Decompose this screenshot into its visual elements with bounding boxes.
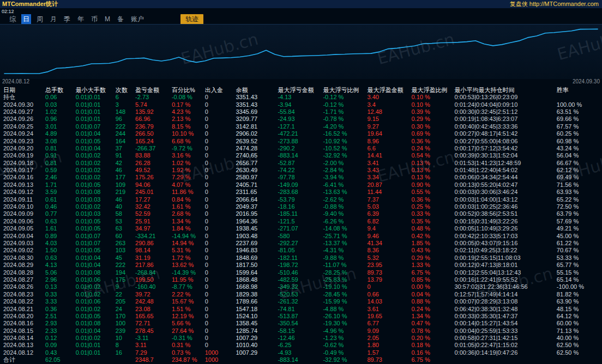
table-row[interactable]: 2024.09.180.810.01|0.024226.281.02 %0265…: [0, 160, 602, 167]
table-row[interactable]: 2024.09.034.030.01|0.07263290.8614.94 %0…: [0, 240, 602, 247]
table-row[interactable]: 2024.09.170.590.01|0.024649.521.92 %0263…: [0, 167, 602, 174]
table-cell: 0.90 %: [410, 181, 453, 189]
table-cell: 60: [115, 232, 134, 239]
table-row[interactable]: 2024.09.233.080.01|0.05164165.246.68 %02…: [0, 137, 602, 144]
table-cell: -2.62 %: [322, 196, 366, 203]
table-cell: 4.13: [44, 262, 75, 269]
table-cell: 0.16 %: [410, 349, 453, 356]
table-row[interactable]: 2024.09.021.500.01|0.0510398.145.31 %019…: [0, 247, 602, 254]
table-row[interactable]: 2024.09.190.910.01|0.029183.883.16 %0274…: [0, 152, 602, 159]
table-row[interactable]: 2024.09.260.960.01|0.019666.962.13 %0320…: [0, 116, 602, 123]
table-cell: 0.33 %: [410, 210, 453, 217]
table-row[interactable]: 2024.09.300.030.01|0.0135.740.17 %03351.…: [0, 101, 602, 108]
table-cell: 0:00:05|1:10:49|3:29:26: [453, 225, 555, 232]
table-cell: 0: [204, 94, 235, 101]
table-row[interactable]: 2024.08.130.090.01|0.0183.110.31 %01010.…: [0, 342, 602, 349]
table-row[interactable]: 2024.09.271.020.01|0.01148135.924.23 %03…: [0, 108, 602, 116]
tab-月[interactable]: 月: [49, 14, 58, 25]
table-cell: 3.4: [366, 101, 410, 108]
header-cell: 余额: [234, 86, 276, 94]
table-row[interactable]: 2024.09.162.460.01|0.02177175.267.29 %02…: [0, 174, 602, 181]
table-cell: 0.01|0.01: [75, 101, 115, 108]
tab-币[interactable]: 币: [89, 14, 99, 25]
header-cell: 最大浮盈比例: [410, 86, 453, 94]
table-row[interactable]: 2024.08.120.430.01|0.01167.290.73 %10001…: [0, 349, 602, 356]
table-row[interactable]: 2024.08.223.330.01|0.06205242.4815.67 %0…: [0, 298, 602, 305]
table-row[interactable]: 2024.09.131.710.01|0.0510994.064.07 %024…: [0, 181, 602, 189]
table-cell: 0.46: [44, 203, 75, 210]
table-cell: 10: [115, 335, 134, 342]
table-cell: 0.73 %: [171, 349, 204, 356]
table-row[interactable]: 2024.08.272.960.01|0.06175199.5011.95 %0…: [0, 276, 602, 283]
table-cell: 0.13 %: [410, 160, 453, 167]
table-row[interactable]: 2024.09.244.890.01|0.04244266.5010.10 %0…: [0, 130, 602, 137]
table-cell: 2237.69: [234, 240, 276, 247]
table-cell: 30:57:02|31:22:36|31:46:56: [453, 283, 555, 290]
table-cell: 3.41: [366, 160, 410, 167]
table-row[interactable]: 2024.08.230.330.01|0.022239.722.22 %0182…: [0, 291, 602, 298]
table-cell: 0.12: [44, 335, 75, 342]
table-cell: 0: [204, 210, 235, 217]
table-row[interactable]: 2024.09.051.610.01|0.056334.971.84 %0193…: [0, 225, 602, 232]
table-cell: 3142.81: [234, 123, 276, 130]
tab-年[interactable]: 年: [76, 14, 86, 25]
table-row[interactable]: 2024.08.260.130.01|0.029-160.40-8.77 %01…: [0, 283, 602, 290]
tab-综[interactable]: 综: [8, 14, 17, 25]
tab-周[interactable]: 周: [35, 14, 45, 25]
table-cell: -13.63 %: [322, 189, 366, 196]
table-cell: 2024.09.17: [0, 167, 44, 174]
table-row[interactable]: 2024.08.162.930.01|0.0810072.715.66 %013…: [0, 320, 602, 327]
table-cell: -100.00 %: [556, 283, 602, 290]
table-row[interactable]: 2024.09.110.610.01|0.034617.270.84 %0206…: [0, 196, 602, 203]
table-cell: 1.71: [44, 181, 75, 189]
table-row[interactable]: 2024.09.123.590.01|0.08219245.0111.86 %0…: [0, 189, 602, 196]
table-cell: 58: [115, 210, 134, 217]
table-row[interactable]: 2024.08.152.330.01|0.04239278.4527.64 %0…: [0, 327, 602, 335]
tab-M[interactable]: M: [103, 15, 112, 23]
table-cell: 63: [115, 225, 134, 232]
table-row[interactable]: 2024.09.060.630.01|0.055325.911.34 %0196…: [0, 218, 602, 225]
table-cell: -6.41 %: [322, 181, 366, 189]
table-cell: 91: [115, 152, 134, 159]
tab-备[interactable]: 备: [116, 14, 125, 25]
table-row[interactable]: 2024.08.285.060.01|0.08194-268.84-14.39 …: [0, 269, 602, 276]
table-cell: -149.09: [276, 181, 322, 189]
table-row[interactable]: 2024.08.210.360.01|0.022423.081.51 %0154…: [0, 305, 602, 312]
tab-日[interactable]: 日: [21, 14, 31, 25]
track-button[interactable]: 轨迹: [180, 14, 203, 25]
table-cell: 0.01|0.07: [75, 123, 115, 130]
tab-季[interactable]: 季: [62, 14, 72, 25]
table-cell: 0.01|0.06: [75, 298, 115, 305]
table-cell: 0:00:40|0:42:45|3:33:36: [453, 123, 555, 130]
table-row[interactable]: 持仓0.060.01|0.016-2.73-0.08 %03351.43-4.1…: [0, 94, 602, 101]
tab-账户[interactable]: 账户: [129, 14, 146, 25]
table-row[interactable]: 2024.08.140.120.01|0.0210-3.11-0.31 %010…: [0, 335, 602, 342]
table-cell: 2405.71: [234, 181, 276, 189]
table-cell: 0: [204, 232, 235, 239]
table-row[interactable]: 2024.09.253.010.01|0.07222236.798.15 %03…: [0, 123, 602, 130]
table-row[interactable]: 2024.08.300.630.01|0.044531.191.72 %0184…: [0, 254, 602, 262]
table-cell: 0.01|0.01: [75, 349, 115, 356]
table-cell: 2024.09.04: [0, 232, 44, 239]
table-row[interactable]: 合计62.052348.7234.87 %1000-883.14-32.92 %…: [0, 356, 602, 363]
table-row[interactable]: 2024.09.100.460.01|0.024032.421.61 %0204…: [0, 203, 602, 210]
table-cell: -472.21: [276, 130, 322, 137]
table-cell: 219: [115, 189, 134, 196]
table-row[interactable]: 2024.09.040.890.01|0.0760-334.21-14.94 %…: [0, 232, 602, 239]
table-cell: -482.59: [276, 276, 322, 283]
table-cell: 1868.48: [234, 276, 276, 283]
table-row[interactable]: 2024.08.294.130.01|0.04222217.8613.62 %0…: [0, 262, 602, 269]
table-cell: -9.88 %: [322, 254, 366, 262]
table-cell: -2.00 %: [322, 160, 366, 167]
table-row[interactable]: 2024.09.200.810.01|0.0437-266.37-9.72 %0…: [0, 145, 602, 152]
table-cell: 2066.64: [234, 196, 276, 203]
table-cell: 52.59: [134, 210, 171, 217]
table-cell: 0:00:16|1:22:41|9:55:52: [453, 276, 555, 283]
table-cell: 60.00 %: [556, 320, 602, 327]
table-cell: 1.72 %: [171, 254, 204, 262]
table-cell: 3.61: [366, 305, 410, 312]
site-link[interactable]: 复盘侠 http://MTCommander.com: [510, 0, 602, 8]
table-cell: 0.81: [44, 145, 75, 152]
table-row[interactable]: 2024.08.202.510.01|0.05170165.6512.19 %0…: [0, 313, 602, 320]
table-row[interactable]: 2024.09.090.770.01|0.035852.592.68 %0201…: [0, 210, 602, 217]
